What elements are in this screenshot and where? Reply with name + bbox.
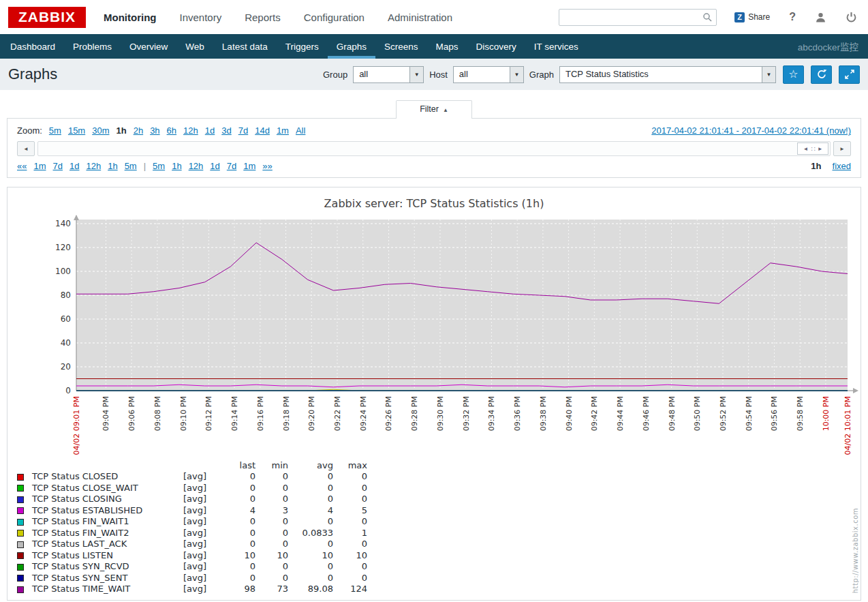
move-fwd-12h[interactable]: 12h bbox=[189, 161, 204, 171]
host-select[interactable]: all ▼ bbox=[453, 66, 524, 83]
zoom-link-3d[interactable]: 3d bbox=[221, 125, 231, 136]
group-select[interactable]: all ▼ bbox=[353, 66, 424, 83]
menu-inventory[interactable]: Inventory bbox=[179, 12, 221, 23]
legend-row: TCP Status SYN_RCVD[avg]0000 bbox=[16, 561, 369, 573]
sidebar-item-screens[interactable]: Screens bbox=[375, 34, 427, 59]
zoom-link-5m[interactable]: 5m bbox=[49, 125, 61, 136]
zoom-link-all[interactable]: All bbox=[296, 125, 305, 136]
series-avg: 4 bbox=[290, 505, 335, 516]
x-axis-label: 09:20 PM bbox=[307, 396, 316, 431]
series-name: TCP Status FIN_WAIT2 bbox=[31, 527, 182, 539]
scroll-right-button[interactable]: ► bbox=[833, 141, 851, 156]
move-fwd-7d[interactable]: 7d bbox=[227, 161, 236, 171]
refresh-button[interactable] bbox=[811, 65, 832, 84]
move-fwd-1m[interactable]: 1m bbox=[243, 161, 255, 171]
menu-reports[interactable]: Reports bbox=[245, 12, 281, 23]
sidebar-item-it-services[interactable]: IT services bbox=[525, 34, 587, 59]
move-fwd-»»[interactable]: »» bbox=[262, 161, 272, 171]
time-scrollbar-handle[interactable]: ◄ ∷ ► bbox=[797, 142, 828, 155]
move-back-7d[interactable]: 7d bbox=[53, 161, 63, 171]
legend-row: TCP Status CLOSING[avg]0000 bbox=[16, 494, 369, 505]
series-min: 73 bbox=[257, 584, 290, 595]
filter-tab[interactable]: Filter▲ bbox=[396, 100, 472, 119]
sidebar-item-problems[interactable]: Problems bbox=[64, 34, 121, 59]
sidebar-item-latest-data[interactable]: Latest data bbox=[213, 34, 277, 59]
move-fwd-1d[interactable]: 1d bbox=[210, 161, 219, 171]
host-select-value: all bbox=[454, 67, 510, 82]
x-axis-label: 09:52 PM bbox=[719, 396, 728, 431]
y-axis-label: 0 bbox=[65, 386, 71, 395]
legend-header-spacer bbox=[182, 460, 217, 471]
sidebar-item-maps[interactable]: Maps bbox=[427, 34, 467, 59]
search-icon[interactable] bbox=[702, 12, 712, 22]
favorites-button[interactable]: ☆ bbox=[783, 65, 804, 84]
scroll-left-button[interactable]: ◄ bbox=[17, 141, 35, 156]
series-color-swatch bbox=[17, 474, 24, 481]
user-profile-icon[interactable] bbox=[815, 12, 826, 23]
zoom-link-7d[interactable]: 7d bbox=[238, 125, 248, 136]
menu-configuration[interactable]: Configuration bbox=[304, 12, 365, 23]
menu-administration[interactable]: Administration bbox=[388, 12, 452, 23]
sidebar-item-triggers[interactable]: Triggers bbox=[277, 34, 328, 59]
dropdown-arrow-icon: ▼ bbox=[409, 67, 423, 82]
move-fwd-1h[interactable]: 1h bbox=[172, 161, 181, 171]
zoom-link-12h[interactable]: 12h bbox=[183, 125, 198, 136]
sidebar-item-discovery[interactable]: Discovery bbox=[467, 34, 525, 59]
share-button[interactable]: Z Share bbox=[734, 12, 770, 22]
zoom-link-6h[interactable]: 6h bbox=[167, 125, 176, 136]
series-max: 0 bbox=[335, 572, 369, 584]
zoom-link-1m[interactable]: 1m bbox=[277, 125, 289, 136]
time-range-link[interactable]: 2017-04-02 21:01:41 - 2017-04-02 22:01:4… bbox=[651, 125, 851, 136]
logout-icon[interactable] bbox=[846, 12, 857, 23]
fixed-link[interactable]: fixed bbox=[833, 161, 851, 171]
x-axis-label: 09:54 PM bbox=[745, 396, 754, 431]
zoom-link-2h[interactable]: 2h bbox=[134, 125, 143, 136]
help-button[interactable]: ? bbox=[789, 11, 796, 23]
series-min: 0 bbox=[257, 561, 290, 573]
move-back-««[interactable]: «« bbox=[17, 161, 27, 171]
zabbix-logo[interactable]: ZABBIX bbox=[8, 7, 86, 28]
sidebar-item-dashboard[interactable]: Dashboard bbox=[1, 34, 64, 59]
collapse-caret-icon: ▲ bbox=[443, 107, 448, 113]
menu-monitoring[interactable]: Monitoring bbox=[104, 12, 156, 23]
zoom-link-15m[interactable]: 15m bbox=[68, 125, 85, 136]
graph-select[interactable]: TCP Status Statistics ▼ bbox=[559, 66, 776, 83]
move-back-1d[interactable]: 1d bbox=[69, 161, 79, 171]
x-axis-label: 04/02 10:01 PM bbox=[843, 396, 852, 455]
series-max: 1 bbox=[335, 527, 369, 539]
move-back-1h[interactable]: 1h bbox=[108, 161, 117, 171]
zoom-link-1h[interactable]: 1h bbox=[117, 125, 127, 136]
x-axis-label: 09:26 PM bbox=[384, 396, 393, 431]
y-axis-label: 40 bbox=[61, 338, 71, 348]
period-label: 1h bbox=[811, 161, 821, 171]
zoom-links: Zoom: 5m15m30m1h2h3h6h12h1d3d7d14d1mAll bbox=[17, 125, 305, 136]
x-axis-label: 09:44 PM bbox=[616, 396, 625, 431]
search-input[interactable] bbox=[559, 10, 702, 25]
x-axis-label: 09:16 PM bbox=[256, 396, 265, 431]
tcp-status-chart[interactable]: 02040608010012014004/02 09:01 PM09:04 PM… bbox=[8, 214, 860, 458]
sidebar-item-overview[interactable]: Overview bbox=[121, 34, 176, 59]
zoom-link-3h[interactable]: 3h bbox=[150, 125, 159, 136]
series-avg: 10 bbox=[290, 550, 335, 561]
time-filter-panel: Zoom: 5m15m30m1h2h3h6h12h1d3d7d14d1mAll … bbox=[7, 118, 861, 178]
series-max: 0 bbox=[335, 482, 369, 494]
time-scrollbar-track[interactable]: ◄ ∷ ► bbox=[37, 141, 831, 156]
group-select-value: all bbox=[354, 67, 409, 82]
move-back-12h[interactable]: 12h bbox=[86, 161, 101, 171]
move-back-1m[interactable]: 1m bbox=[33, 161, 46, 171]
move-back-5m[interactable]: 5m bbox=[125, 161, 137, 171]
series-avg: 0 bbox=[290, 561, 335, 573]
series-max: 0 bbox=[335, 561, 369, 573]
zoom-link-14d[interactable]: 14d bbox=[255, 125, 270, 136]
zoom-link-1d[interactable]: 1d bbox=[205, 125, 215, 136]
zoom-link-30m[interactable]: 30m bbox=[92, 125, 109, 136]
fullscreen-button[interactable] bbox=[839, 65, 860, 84]
move-fwd-5m[interactable]: 5m bbox=[153, 161, 165, 171]
sidebar-item-web[interactable]: Web bbox=[176, 34, 213, 59]
sidebar-item-graphs[interactable]: Graphs bbox=[328, 34, 375, 59]
series-avg: 0 bbox=[290, 539, 335, 550]
x-axis-label: 09:14 PM bbox=[230, 396, 239, 431]
series-name: TCP Status CLOSED bbox=[31, 471, 182, 483]
series-name: TCP Status TIME_WAIT bbox=[31, 584, 182, 595]
legend-header-last: last bbox=[217, 460, 257, 471]
